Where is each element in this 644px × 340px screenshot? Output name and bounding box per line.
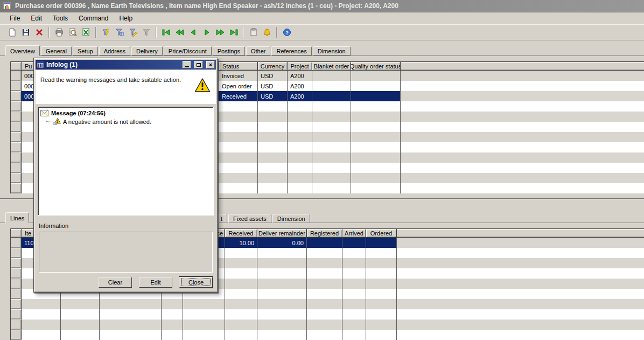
col-header-deliver-remainder[interactable]: Deliver remainder bbox=[257, 229, 307, 237]
tab-overview[interactable]: Overview bbox=[5, 45, 40, 56]
row-selector[interactable] bbox=[11, 248, 22, 258]
row-selector[interactable] bbox=[11, 289, 22, 299]
alert-icon[interactable] bbox=[260, 26, 274, 39]
row-selector[interactable] bbox=[11, 71, 22, 81]
tab-setup[interactable]: Setup bbox=[73, 46, 98, 55]
save-icon[interactable] bbox=[19, 26, 32, 39]
row-selector[interactable] bbox=[11, 132, 22, 142]
row-selector[interactable] bbox=[11, 268, 22, 279]
tab-dimension-lines[interactable]: Dimension bbox=[272, 214, 310, 223]
row-selector[interactable] bbox=[11, 238, 22, 248]
table-row[interactable] bbox=[11, 320, 644, 330]
previous-record-icon[interactable] bbox=[186, 26, 200, 39]
edit-button[interactable]: Edit bbox=[139, 277, 172, 288]
app-icon bbox=[3, 2, 12, 10]
help-icon[interactable]: ? bbox=[280, 26, 293, 39]
table-row[interactable] bbox=[11, 330, 644, 340]
row-selector[interactable] bbox=[11, 112, 22, 122]
row-selector[interactable] bbox=[11, 299, 22, 309]
row-selector[interactable] bbox=[11, 122, 22, 132]
col-header-received[interactable]: Received bbox=[225, 229, 257, 237]
select-all-header[interactable] bbox=[11, 229, 22, 237]
cell-ordered bbox=[366, 238, 397, 248]
information-label: Information bbox=[39, 223, 216, 229]
tab-delivery[interactable]: Delivery bbox=[131, 46, 163, 55]
cell-project: A200 bbox=[288, 81, 312, 91]
row-selector[interactable] bbox=[11, 330, 22, 340]
next-record-icon[interactable] bbox=[200, 26, 213, 39]
export-excel-icon[interactable] bbox=[79, 26, 93, 39]
table-row[interactable] bbox=[11, 299, 644, 309]
tab-lines[interactable]: Lines bbox=[5, 212, 29, 223]
infolog-titlebar[interactable]: Infolog (1) × bbox=[36, 60, 216, 70]
col-header-currency[interactable]: Currency bbox=[258, 62, 288, 70]
infolog-icon bbox=[37, 61, 44, 68]
minimize-icon[interactable] bbox=[183, 61, 191, 68]
print-preview-icon[interactable] bbox=[66, 26, 79, 39]
infolog-title: Infolog (1) bbox=[46, 61, 179, 68]
close-button[interactable]: Close bbox=[179, 277, 213, 288]
col-header-project[interactable]: Project bbox=[288, 62, 312, 70]
tab-references[interactable]: References bbox=[271, 46, 311, 55]
filter-advanced-icon[interactable] bbox=[99, 26, 113, 39]
print-icon[interactable] bbox=[52, 26, 66, 39]
tab-other[interactable]: Other bbox=[246, 46, 271, 55]
row-selector[interactable] bbox=[11, 320, 22, 330]
next-group-icon[interactable] bbox=[213, 26, 227, 39]
close-icon[interactable]: × bbox=[206, 61, 215, 68]
infolog-intro-text: Read the warning messages and take suita… bbox=[40, 77, 181, 83]
warning-icon bbox=[194, 78, 211, 93]
table-row[interactable] bbox=[11, 309, 644, 320]
tab-general[interactable]: General bbox=[41, 46, 72, 55]
row-selector[interactable] bbox=[11, 142, 22, 152]
tab-dimension[interactable]: Dimension bbox=[313, 46, 351, 55]
first-record-icon[interactable] bbox=[159, 26, 173, 39]
col-header-status[interactable]: Status bbox=[219, 62, 258, 70]
clear-button[interactable]: Clear bbox=[99, 277, 132, 288]
delete-icon[interactable] bbox=[32, 26, 46, 39]
row-selector[interactable] bbox=[11, 81, 22, 91]
filter-grid-icon[interactable] bbox=[113, 26, 126, 39]
col-header-blanket-order[interactable]: Blanket order bbox=[312, 62, 351, 70]
menu-command[interactable]: Command bbox=[73, 13, 114, 24]
last-record-icon[interactable] bbox=[227, 26, 240, 39]
toolbar-separator bbox=[156, 27, 157, 38]
document-handling-icon[interactable] bbox=[247, 26, 260, 39]
lines-tabs-right: t Fixed assets Dimension bbox=[218, 214, 311, 223]
row-selector[interactable] bbox=[11, 183, 22, 193]
tab-postings[interactable]: Postings bbox=[213, 46, 245, 55]
previous-group-icon[interactable] bbox=[173, 26, 186, 39]
warning-small-icon: a bbox=[53, 118, 61, 125]
row-selector[interactable] bbox=[11, 309, 22, 320]
menu-file[interactable]: File bbox=[4, 13, 25, 24]
col-header-quality-order-status[interactable]: Quality order status bbox=[351, 62, 401, 70]
new-icon[interactable] bbox=[5, 26, 19, 39]
tab-fixed-assets[interactable]: Fixed assets bbox=[228, 214, 271, 223]
filter-remove-icon[interactable] bbox=[139, 26, 153, 39]
row-selector[interactable] bbox=[11, 91, 22, 101]
col-header-arrived[interactable]: Arrived bbox=[342, 229, 366, 237]
tree-warning-item[interactable]: a A negative amount is not allowed. bbox=[46, 118, 211, 125]
cell-deliver-remainder: 0.00 bbox=[257, 238, 307, 248]
tree-root-item[interactable]: Message (07:24:56) bbox=[40, 110, 211, 116]
svg-text:?: ? bbox=[285, 30, 289, 36]
row-selector[interactable] bbox=[11, 173, 22, 183]
menu-edit[interactable]: Edit bbox=[25, 13, 47, 24]
row-selector[interactable] bbox=[11, 101, 22, 112]
tab-address[interactable]: Address bbox=[99, 46, 130, 55]
col-header-registered[interactable]: Registered bbox=[307, 229, 342, 237]
row-selector[interactable] bbox=[11, 163, 22, 173]
tab-fragment[interactable]: t bbox=[218, 214, 227, 223]
row-selector[interactable] bbox=[11, 152, 22, 163]
select-all-header[interactable] bbox=[11, 62, 22, 70]
menu-tools[interactable]: Tools bbox=[47, 13, 73, 24]
filter-edit-icon[interactable] bbox=[126, 26, 139, 39]
row-selector[interactable] bbox=[11, 258, 22, 268]
menu-help[interactable]: Help bbox=[114, 13, 138, 24]
tab-price-discount[interactable]: Price/Discount bbox=[164, 46, 212, 55]
maximize-icon[interactable] bbox=[194, 61, 203, 68]
cell-registered bbox=[307, 238, 342, 248]
col-header-ordered[interactable]: Ordered bbox=[366, 229, 397, 237]
infolog-buttons: Clear Edit Close bbox=[99, 277, 213, 288]
row-selector[interactable] bbox=[11, 279, 22, 289]
